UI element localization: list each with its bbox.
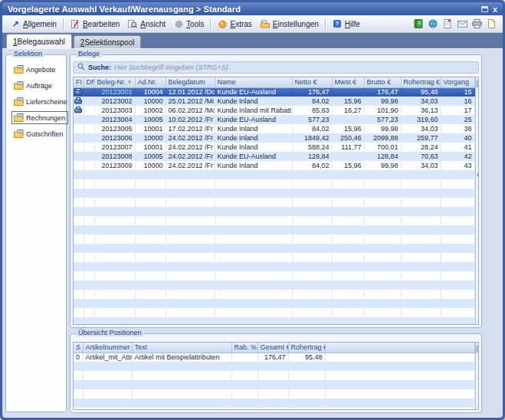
column-header-dr[interactable]: DR	[84, 77, 94, 87]
cell-netto: 84,02	[292, 97, 332, 106]
table-row[interactable]: 201230011000412.01.2012 /DoKunde EU-Ausl…	[74, 87, 474, 97]
menu-item-bearbeiten[interactable]: Bearbeiten	[66, 18, 123, 31]
prev-record-icon[interactable]: ▲	[477, 105, 479, 113]
cell-vorgang: 43	[441, 161, 474, 170]
empty-cell	[74, 281, 84, 290]
columns-icon[interactable]: ▤	[477, 161, 479, 169]
empty-cell	[288, 371, 325, 380]
table-row[interactable]: 201230071000124.02.2012 /FrKunde Inland5…	[74, 143, 474, 152]
empty-cell	[292, 244, 332, 253]
column-header-mwst[interactable]: Mwst €	[332, 77, 364, 87]
last-record-icon[interactable]: ▼	[477, 399, 479, 408]
menu-item-allgemein[interactable]: ↗Allgemein	[6, 18, 61, 31]
empty-cell	[401, 235, 441, 244]
search-input[interactable]	[114, 64, 474, 71]
column-header-artikelnummer[interactable]: Artikelnummer	[83, 343, 132, 353]
table-row[interactable]: 201230021000025.01.2012 /MiKunde Inland8…	[74, 97, 474, 106]
insert-record-icon[interactable]: +	[478, 391, 479, 399]
menu-item-einstellungen[interactable]: Einstellungen	[256, 18, 323, 31]
belege-nav-strip: ▲+▲▤▦≡▼+▼	[475, 77, 480, 324]
empty-row	[74, 308, 474, 317]
table-row[interactable]: 201230031000206.02.2012 /MoKunde Inland …	[74, 106, 474, 115]
search-icon[interactable]	[477, 172, 480, 180]
empty-cell	[292, 179, 332, 189]
column-header-fi[interactable]: FI	[74, 77, 84, 87]
column-header-rohertrag[interactable]: Rohertrag €	[288, 343, 325, 353]
table-row[interactable]: 0Artikel_mit_AttributenArtikel mit Beisp…	[74, 353, 474, 362]
cell-vorgang: 41	[441, 143, 474, 152]
empty-row	[74, 189, 474, 198]
sidebar-item-auftraege[interactable]: Aufträge	[11, 79, 55, 92]
column-header-belegdatum[interactable]: Belegdatum	[166, 77, 215, 87]
column-chooser-icon[interactable]	[476, 77, 480, 87]
column-header-name[interactable]: Name	[215, 77, 292, 87]
cell-belegdatum: 10.02.2012 /Fr	[166, 115, 215, 124]
empty-cell	[364, 170, 401, 179]
first-record-icon[interactable]: ▲	[477, 353, 479, 362]
menu-item-extras[interactable]: Extras	[213, 18, 255, 31]
cell-dr	[84, 143, 94, 152]
column-header-brutto[interactable]: Brutto €	[364, 77, 401, 87]
table-row[interactable]: 201230041000510.02.2012 /FrKunde EU-Ausl…	[74, 115, 474, 124]
empty-cell	[74, 244, 84, 253]
empty-cell	[135, 235, 166, 244]
empty-row	[74, 198, 474, 207]
document-bookmark-icon[interactable]	[442, 19, 453, 29]
last-record-icon[interactable]: ▼	[477, 314, 479, 323]
sidebar-item-angebote[interactable]: Angebote	[11, 63, 59, 76]
empty-cell	[84, 308, 94, 317]
cell-brutto: 99,98	[364, 124, 401, 133]
notebook-icon[interactable]	[413, 19, 424, 29]
new-page-icon[interactable]	[486, 19, 497, 29]
empty-cell	[94, 290, 135, 299]
menu-item-hilfe[interactable]: ?Hilfe	[328, 18, 364, 31]
close-icon[interactable]: x	[493, 5, 497, 13]
filter-icon[interactable]: ≡	[478, 193, 479, 202]
column-header-netto[interactable]: Netto €	[292, 77, 332, 87]
column-header-beleg-nr[interactable]: Beleg-Nr.▼	[94, 77, 135, 87]
next-record-icon[interactable]: ▼	[477, 297, 479, 306]
column-header-text[interactable]: Text	[132, 343, 231, 353]
printer-icon[interactable]	[471, 19, 482, 29]
column-header-rab[interactable]: Rab. %	[231, 343, 257, 353]
restore-icon[interactable]	[481, 6, 488, 12]
tab-2-selektionspool[interactable]: 2 Selektionspool	[74, 35, 142, 48]
column-chooser-icon[interactable]	[476, 343, 480, 353]
table-row[interactable]: 201230091000024.02.2012 /FrKunde Inland8…	[74, 161, 474, 170]
next-record-icon[interactable]: ▼	[477, 382, 479, 391]
column-header-ad-nr[interactable]: Ad.Nr.	[135, 77, 166, 87]
sidebar-item-gutschriften[interactable]: Gutschriften	[11, 127, 67, 140]
menu-item-tools[interactable]: Tools	[169, 18, 208, 31]
menu-separator	[210, 18, 211, 30]
sidebar-item-rechnungen[interactable]: Rechnungen	[11, 111, 68, 124]
empty-cell	[231, 389, 257, 399]
sidebar-item-lieferscheine[interactable]: Lieferscheine	[11, 95, 71, 108]
first-record-icon[interactable]: ▲	[477, 88, 479, 97]
table-row[interactable]: 201230081000524.02.2012 /FrKunde EU-Ausl…	[74, 152, 474, 161]
column-header-gesamt[interactable]: Gesamt €	[257, 343, 288, 353]
column-header-s[interactable]: S	[74, 343, 83, 353]
cell-brutto: 2099,88	[364, 133, 401, 143]
column-header-vorgang[interactable]: Vorgang	[441, 77, 474, 87]
table-row[interactable]: 201230061000024.02.2012 /FrKunde Inland1…	[74, 133, 474, 143]
menu-item-ansicht[interactable]: Ansicht	[123, 18, 169, 31]
new-record-icon[interactable]: +	[478, 362, 479, 370]
mail-icon[interactable]	[457, 19, 467, 29]
empty-cell	[215, 299, 292, 308]
cell-name: Kunde EU-Ausland	[215, 152, 292, 161]
empty-cell	[84, 207, 94, 216]
sum-icon[interactable]: ▦	[477, 182, 479, 191]
table-row[interactable]: 201230051000117.02.2012 /FrKunde Inland8…	[74, 124, 474, 133]
prev-record-icon[interactable]: ▲	[477, 370, 479, 379]
empty-cell	[84, 170, 94, 179]
tab-1-belegauswahl[interactable]: 1 Belegauswahl	[6, 34, 72, 48]
cell-belegdatum: 24.02.2012 /Fr	[166, 161, 215, 170]
column-header-rohertrag[interactable]: Rohertrag €	[401, 77, 441, 87]
empty-cell	[401, 262, 441, 271]
column-header-filler[interactable]	[325, 343, 474, 353]
insert-record-icon[interactable]: +	[478, 306, 479, 314]
empty-cell	[325, 399, 474, 408]
empty-cell	[441, 216, 474, 225]
globe-icon[interactable]	[428, 19, 438, 29]
new-record-icon[interactable]: +	[478, 97, 479, 105]
